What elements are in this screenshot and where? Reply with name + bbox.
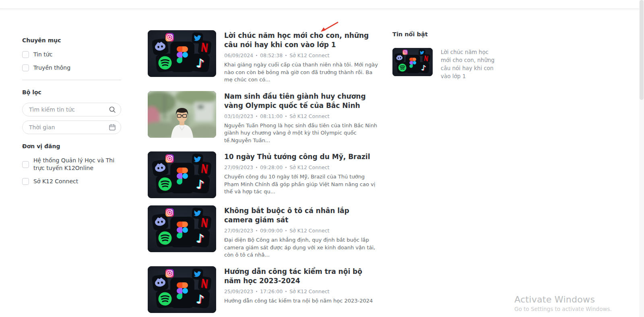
featured-title[interactable]: Lời chúc năm học mới cho con, những câu …: [441, 48, 497, 80]
watermark-title: Activate Windows: [514, 294, 612, 305]
article-item[interactable]: Hướng dẫn công tác kiểm tra nội bộ năm h…: [148, 266, 379, 313]
dot-separator: [285, 230, 287, 231]
watermark-subtitle: Go to Settings to activate Windows.: [514, 306, 612, 312]
article-source: Sở K12 Connect: [289, 288, 329, 294]
category-option-tin-tuc[interactable]: Tin tức: [22, 51, 121, 58]
article-item[interactable]: Nam sinh đầu tiên giành huy chương vàng …: [148, 91, 379, 145]
featured-thumbnail-social-icons[interactable]: [392, 48, 433, 76]
article-source: Sở K12 Connect: [289, 228, 329, 234]
featured-news-panel: Tin nổi bật Lời chúc năm học mới cho con…: [392, 31, 497, 80]
article-body: Không bắt buộc ô tô cá nhân lắp camera g…: [224, 205, 378, 259]
search-field-wrap: [22, 103, 121, 116]
publisher-label[interactable]: Sở K12 Connect: [33, 178, 78, 185]
dot-separator: [256, 167, 257, 168]
article-time: 17:26:00: [260, 288, 283, 294]
search-icon: [109, 106, 116, 113]
article-excerpt: Nguyễn Tuấn Phong là học sinh đầu tiên c…: [224, 122, 378, 145]
article-date: 27/09/2023: [224, 164, 253, 170]
article-meta: 27/09/202309:09:00Sở K12 Connect: [224, 228, 378, 234]
dot-separator: [256, 291, 257, 292]
article-title[interactable]: Nam sinh đầu tiên giành huy chương vàng …: [224, 92, 378, 110]
dot-separator: [256, 230, 257, 231]
article-title[interactable]: Lời chúc năm học mới cho con, những câu …: [224, 31, 378, 50]
article-body: Lời chúc năm học mới cho con, những câu …: [224, 30, 378, 84]
filter-sidebar: Chuyên mục Tin tức Truyền thông Bộ lọc: [22, 37, 121, 191]
article-body: 10 ngày Thủ tướng công du Mỹ, Brazil 27/…: [224, 151, 378, 198]
category-label[interactable]: Tin tức: [33, 51, 52, 58]
article-meta: 03/10/202308:11:00Sở K12 Connect: [224, 113, 378, 119]
article-time: 09:28:00: [260, 164, 283, 170]
category-checkbox-tin-tuc[interactable]: [22, 51, 29, 58]
article-date: 27/09/2023: [224, 228, 253, 234]
article-thumbnail-social-icons[interactable]: [148, 205, 216, 252]
publisher-option-k12online[interactable]: Hệ thống Quản lý Học và Thi trực tuyến K…: [22, 157, 121, 172]
publisher-heading: Đơn vị đăng: [22, 143, 121, 149]
windows-activation-watermark: Activate Windows Go to Settings to activ…: [514, 294, 612, 312]
article-time: 08:52:38: [260, 52, 283, 58]
article-source: Sở K12 Connect: [289, 164, 329, 170]
category-checkbox-truyen-thong[interactable]: [22, 64, 29, 71]
top-bar: [0, 0, 644, 9]
dot-separator: [256, 116, 257, 117]
article-thumbnail-portrait-photo[interactable]: [148, 91, 216, 138]
article-title[interactable]: 10 ngày Thủ tướng công du Mỹ, Brazil: [224, 152, 378, 162]
article-source: Sở K12 Connect: [289, 113, 329, 119]
publisher-checkbox-k12online[interactable]: [22, 161, 29, 168]
featured-item[interactable]: Lời chúc năm học mới cho con, những câu …: [392, 48, 497, 80]
article-meta: 25/09/202317:26:00Sở K12 Connect: [224, 288, 378, 294]
article-excerpt: Đại diện Bộ Công an khẳng định, quy định…: [224, 236, 378, 259]
featured-heading: Tin nổi bật: [392, 31, 497, 37]
news-portal-page: Chuyên mục Tin tức Truyền thông Bộ lọc: [0, 0, 644, 317]
publisher-label[interactable]: Hệ thống Quản lý Học và Thi trực tuyến K…: [33, 157, 121, 172]
sidebar-divider: [22, 80, 121, 80]
dot-separator: [285, 291, 287, 292]
date-filter-input[interactable]: [22, 120, 121, 134]
article-date: 03/10/2023: [224, 113, 253, 119]
article-thumbnail-social-icons[interactable]: [148, 30, 216, 77]
article-thumbnail-social-icons[interactable]: [148, 151, 216, 198]
dot-separator: [256, 55, 257, 56]
article-date: 25/09/2023: [224, 288, 253, 294]
article-item[interactable]: 10 ngày Thủ tướng công du Mỹ, Brazil 27/…: [148, 151, 379, 198]
article-time: 09:09:00: [260, 228, 283, 234]
article-item[interactable]: Lời chúc năm học mới cho con, những câu …: [148, 30, 379, 84]
article-excerpt: Hướng dẫn công tác kiểm tra nội bộ năm h…: [224, 297, 378, 305]
article-title[interactable]: Không bắt buộc ô tô cá nhân lắp camera g…: [224, 206, 378, 225]
article-excerpt: Khai giảng ngày cuối cấp của thanh niên …: [224, 61, 378, 84]
publisher-checkbox-so-k12-connect[interactable]: [22, 178, 29, 185]
article-meta: 06/09/202408:52:38Sở K12 Connect: [224, 52, 378, 58]
filter-heading: Bộ lọc: [22, 89, 121, 95]
article-excerpt: Chuyến công du 10 ngày tới Mỹ, Brazil củ…: [224, 173, 378, 196]
article-list: Lời chúc năm học mới cho con, những câu …: [148, 30, 379, 317]
article-time: 08:11:00: [260, 113, 283, 119]
article-meta: 27/09/202309:28:00Sở K12 Connect: [224, 164, 378, 170]
news-search-input[interactable]: [22, 103, 121, 116]
dot-separator: [285, 116, 287, 117]
dot-separator: [285, 167, 287, 168]
category-option-truyen-thong[interactable]: Truyền thông: [22, 64, 121, 72]
category-heading: Chuyên mục: [22, 37, 121, 44]
scrollbar-track[interactable]: [639, 0, 644, 317]
date-field-wrap: [22, 120, 121, 134]
category-label[interactable]: Truyền thông: [33, 64, 70, 72]
scrollbar-thumb[interactable]: [640, 0, 644, 100]
article-source: Sở K12 Connect: [289, 52, 329, 58]
article-thumbnail-social-icons[interactable]: [148, 266, 216, 313]
article-body: Hướng dẫn công tác kiểm tra nội bộ năm h…: [224, 266, 378, 313]
article-item[interactable]: Không bắt buộc ô tô cá nhân lắp camera g…: [148, 205, 379, 259]
publisher-option-so-k12-connect[interactable]: Sở K12 Connect: [22, 178, 121, 185]
article-title[interactable]: Hướng dẫn công tác kiểm tra nội bộ năm h…: [224, 267, 378, 286]
article-body: Nam sinh đầu tiên giành huy chương vàng …: [224, 91, 378, 145]
article-date: 06/09/2024: [224, 52, 253, 58]
dot-separator: [285, 55, 287, 56]
calendar-icon: [109, 124, 116, 131]
